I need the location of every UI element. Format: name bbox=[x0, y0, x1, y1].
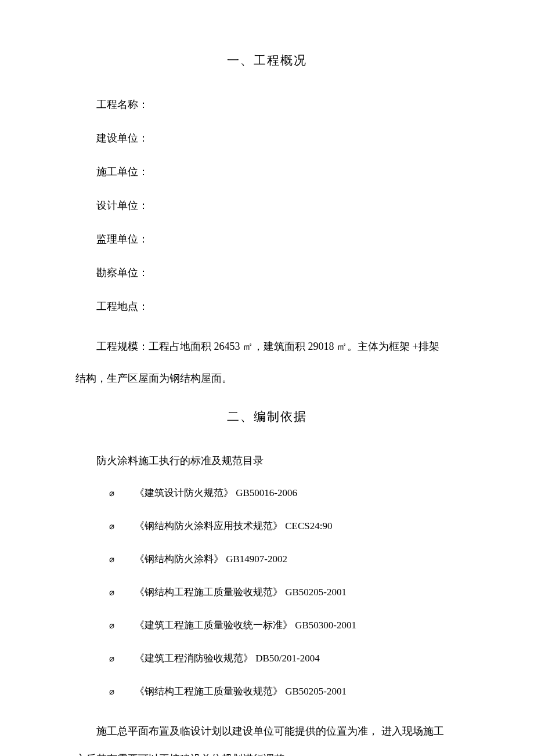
field-builder: 建设单位： bbox=[96, 131, 459, 145]
standard-text: 《建筑工程消防验收规范》 DB50/201-2004 bbox=[135, 653, 320, 664]
standard-item-7: ⌀《钢结构工程施工质量验收规范》 GB50205-2001 bbox=[109, 685, 459, 698]
standards-intro: 防火涂料施工执行的标准及规范目录 bbox=[96, 454, 459, 468]
field-supervisor: 监理单位： bbox=[96, 232, 459, 246]
standard-item-4: ⌀《钢结构工程施工质量验收规范》 GB50205-2001 bbox=[109, 585, 459, 599]
bullet-icon: ⌀ bbox=[109, 653, 135, 664]
bullet-icon: ⌀ bbox=[109, 521, 135, 531]
bullet-icon: ⌀ bbox=[109, 587, 135, 598]
section-2-title: 二、编制依据 bbox=[75, 408, 459, 425]
standard-item-3: ⌀《钢结构防火涂料》 GB14907-2002 bbox=[109, 552, 459, 566]
standard-item-2: ⌀《钢结构防火涂料应用技术规范》 CECS24:90 bbox=[109, 519, 459, 533]
project-scale-line-2: 结构，生产区屋面为钢结构屋面。 bbox=[75, 365, 459, 392]
standard-text: 《钢结构防火涂料》 GB14907-2002 bbox=[135, 554, 287, 565]
standard-text: 《建筑设计防火规范》 GB50016-2006 bbox=[135, 487, 297, 498]
field-contractor: 施工单位： bbox=[96, 165, 459, 179]
bullet-icon: ⌀ bbox=[109, 620, 135, 631]
field-location: 工程地点： bbox=[96, 299, 459, 313]
standard-text: 《钢结构工程施工质量验收规范》 GB50205-2001 bbox=[135, 686, 347, 697]
standard-item-5: ⌀《建筑工程施工质量验收统一标准》 GB50300-2001 bbox=[109, 618, 459, 632]
standard-text: 《钢结构工程施工质量验收规范》 GB50205-2001 bbox=[135, 587, 347, 598]
bullet-icon: ⌀ bbox=[109, 488, 135, 498]
body-para-1-line-2: 之后若有需要可以再按建设单位规划进行调整。 bbox=[75, 746, 459, 756]
standard-item-6: ⌀《建筑工程消防验收规范》 DB50/201-2004 bbox=[109, 652, 459, 665]
field-surveyor: 勘察单位： bbox=[96, 266, 459, 280]
section-1-title: 一、工程概况 bbox=[75, 52, 459, 68]
standard-item-1: ⌀《建筑设计防火规范》 GB50016-2006 bbox=[109, 486, 459, 500]
bullet-icon: ⌀ bbox=[109, 554, 135, 565]
project-scale-line-1: 工程规模：工程占地面积 26453 ㎡，建筑面积 29018 ㎡。主体为框架 +… bbox=[96, 333, 459, 360]
bullet-icon: ⌀ bbox=[109, 686, 135, 697]
body-para-1-line-1: 施工总平面布置及临设计划以建设单位可能提供的位置为准， 进入现场施工 bbox=[75, 718, 459, 745]
standard-text: 《建筑工程施工质量验收统一标准》 GB50300-2001 bbox=[135, 620, 356, 631]
field-project-name: 工程名称： bbox=[96, 97, 459, 111]
field-designer: 设计单位： bbox=[96, 198, 459, 212]
standard-text: 《钢结构防火涂料应用技术规范》 CECS24:90 bbox=[135, 520, 333, 531]
